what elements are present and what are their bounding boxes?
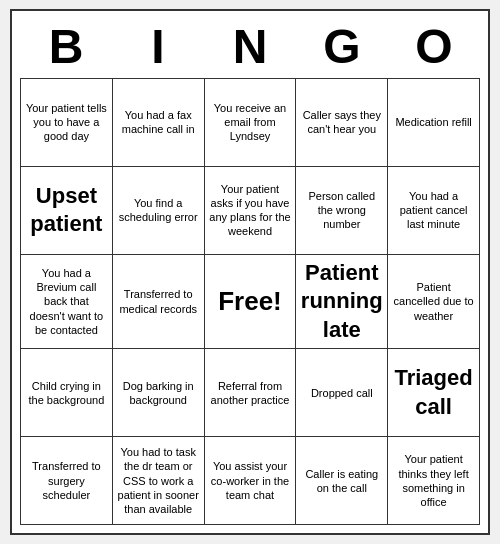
bingo-cell-24[interactable]: Your patient thinks they left something … [388, 437, 480, 525]
bingo-cell-14[interactable]: Patient cancelled due to weather [388, 255, 480, 350]
bingo-cell-text-17: Referral from another practice [209, 379, 292, 408]
bingo-cell-text-2: You receive an email from Lyndsey [209, 101, 292, 144]
bingo-cell-text-12: Free! [218, 285, 282, 319]
bingo-cell-23[interactable]: Caller is eating on the call [296, 437, 388, 525]
bingo-cell-text-6: You find a scheduling error [117, 196, 200, 225]
bingo-letter-n: N [206, 19, 294, 74]
bingo-cell-22[interactable]: You assist your co-worker in the team ch… [205, 437, 297, 525]
bingo-cell-text-11: Transferred to medical records [117, 287, 200, 316]
bingo-cell-4[interactable]: Medication refill [388, 79, 480, 167]
bingo-cell-5[interactable]: Upset patient [21, 167, 113, 255]
bingo-cell-13[interactable]: Patient running late [296, 255, 388, 350]
bingo-letter-i: I [114, 19, 202, 74]
bingo-letter-b: B [22, 19, 110, 74]
bingo-cell-text-9: You had a patient cancel last minute [392, 189, 475, 232]
bingo-cell-8[interactable]: Person called the wrong number [296, 167, 388, 255]
bingo-cell-text-4: Medication refill [395, 115, 471, 129]
bingo-cell-12[interactable]: Free! [205, 255, 297, 350]
bingo-cell-text-18: Dropped call [311, 386, 373, 400]
bingo-cell-17[interactable]: Referral from another practice [205, 349, 297, 437]
bingo-cell-text-13: Patient running late [300, 259, 383, 345]
bingo-cell-text-19: Triaged call [392, 364, 475, 421]
bingo-cell-text-1: You had a fax machine call in [117, 108, 200, 137]
bingo-cell-16[interactable]: Dog barking in background [113, 349, 205, 437]
bingo-cell-text-16: Dog barking in background [117, 379, 200, 408]
bingo-cell-text-22: You assist your co-worker in the team ch… [209, 459, 292, 502]
bingo-cell-text-24: Your patient thinks they left something … [392, 452, 475, 509]
bingo-cell-10[interactable]: You had a Brevium call back that doesn't… [21, 255, 113, 350]
bingo-letter-g: G [298, 19, 386, 74]
bingo-cell-21[interactable]: You had to task the dr team or CSS to wo… [113, 437, 205, 525]
bingo-cell-2[interactable]: You receive an email from Lyndsey [205, 79, 297, 167]
bingo-header: BINGO [20, 19, 480, 74]
bingo-cell-15[interactable]: Child crying in the background [21, 349, 113, 437]
bingo-card: BINGO Your patient tells you to have a g… [10, 9, 490, 536]
bingo-cell-7[interactable]: Your patient asks if you have any plans … [205, 167, 297, 255]
bingo-cell-1[interactable]: You had a fax machine call in [113, 79, 205, 167]
bingo-cell-11[interactable]: Transferred to medical records [113, 255, 205, 350]
bingo-cell-text-15: Child crying in the background [25, 379, 108, 408]
bingo-cell-text-10: You had a Brevium call back that doesn't… [25, 266, 108, 337]
bingo-cell-text-21: You had to task the dr team or CSS to wo… [117, 445, 200, 516]
bingo-cell-19[interactable]: Triaged call [388, 349, 480, 437]
bingo-cell-text-14: Patient cancelled due to weather [392, 280, 475, 323]
bingo-grid: Your patient tells you to have a good da… [20, 78, 480, 526]
bingo-cell-text-0: Your patient tells you to have a good da… [25, 101, 108, 144]
bingo-cell-6[interactable]: You find a scheduling error [113, 167, 205, 255]
bingo-cell-text-23: Caller is eating on the call [300, 467, 383, 496]
bingo-cell-text-7: Your patient asks if you have any plans … [209, 182, 292, 239]
bingo-cell-18[interactable]: Dropped call [296, 349, 388, 437]
bingo-cell-20[interactable]: Transferred to surgery scheduler [21, 437, 113, 525]
bingo-cell-0[interactable]: Your patient tells you to have a good da… [21, 79, 113, 167]
bingo-cell-text-20: Transferred to surgery scheduler [25, 459, 108, 502]
bingo-cell-text-3: Caller says they can't hear you [300, 108, 383, 137]
bingo-cell-text-5: Upset patient [25, 182, 108, 239]
bingo-cell-3[interactable]: Caller says they can't hear you [296, 79, 388, 167]
bingo-letter-o: O [390, 19, 478, 74]
bingo-cell-9[interactable]: You had a patient cancel last minute [388, 167, 480, 255]
bingo-cell-text-8: Person called the wrong number [300, 189, 383, 232]
